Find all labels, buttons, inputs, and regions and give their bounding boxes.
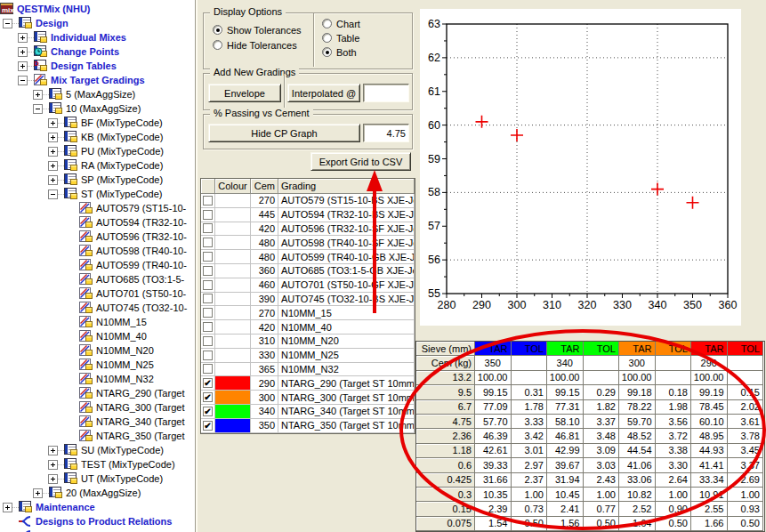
grid-cell-check[interactable]	[201, 335, 215, 349]
expand-plus-icon[interactable]	[18, 47, 28, 57]
grid-cell-check[interactable]: ✔	[201, 376, 215, 391]
export-grid-to-csv-button[interactable]: Export Grid to CSV	[310, 152, 411, 171]
grid-cell-check[interactable]	[201, 320, 215, 335]
tree-item-auto701-st50-10[interactable]: AUTO701 (ST50-10-	[0, 286, 195, 301]
grid-cell-colour-swatch[interactable]	[215, 293, 251, 307]
interpolated-button[interactable]: Interpolated @	[287, 84, 360, 102]
grid-row-auto579[interactable]: 270AUTO579 (ST15-10-BS XJE-Jes	[201, 194, 415, 208]
grid-row-auto745[interactable]: 390AUTO745 (TO32-10-BS XJE-Jes	[201, 293, 415, 307]
tree-item-auto745-to32-10[interactable]: AUTO745 (TO32-10-	[0, 301, 195, 315]
expand-plus-icon[interactable]	[48, 460, 58, 470]
expand-plus-icon[interactable]	[3, 503, 12, 512]
expand-plus-icon[interactable]	[48, 161, 58, 171]
tree-item-auto685-to3-1-5[interactable]: AUTO685 (TO3:1-5-	[0, 272, 195, 286]
grid-cell-check[interactable]	[201, 236, 215, 250]
expand-plus-icon[interactable]	[33, 90, 43, 100]
tree-item-ut-mixtypecode[interactable]: UT (MixTypeCode)	[0, 472, 195, 486]
collapse-minus-icon[interactable]	[33, 104, 43, 114]
radio-unselected-icon[interactable]	[322, 19, 332, 28]
grid-row-ntarg_350[interactable]: ✔350NTARG_350 (Target ST 10mm)	[201, 419, 415, 433]
tree-item-maintenance[interactable]: Maintenance	[0, 500, 195, 514]
hide-cp-graph-button[interactable]: Hide CP Graph	[208, 124, 360, 142]
grid-cell-colour-swatch[interactable]	[215, 419, 251, 433]
grid-cell-colour-swatch[interactable]	[215, 278, 251, 293]
tree-item-ntarg-290-target[interactable]: NTARG_290 (Target	[0, 386, 195, 400]
expand-plus-icon[interactable]	[33, 488, 43, 498]
radio-option-chart[interactable]: Chart	[322, 18, 360, 29]
radio-option-both[interactable]: Both	[322, 46, 357, 58]
grid-cell-check[interactable]	[201, 208, 215, 222]
radio-selected-icon[interactable]	[322, 47, 332, 57]
tree-item-st-mixtypecode[interactable]: ST (MixTypeCode)	[0, 187, 195, 201]
tree-item-sp-mixtypecode[interactable]: SP (MixTypeCode)	[0, 173, 195, 187]
grid-cell-check[interactable]	[201, 278, 215, 293]
checkbox-unchecked-icon[interactable]	[203, 364, 213, 374]
grid-row-ntarg_290[interactable]: ✔290NTARG_290 (Target ST 10mm)	[201, 376, 415, 391]
grid-cell-check[interactable]: ✔	[201, 391, 215, 405]
grid-row-auto598[interactable]: 480AUTO598 (TR40-10-SF XJE-Jes	[201, 236, 415, 250]
tree-item-ntarg-300-target[interactable]: NTARG_300 (Target	[0, 400, 195, 415]
grid-cell-check[interactable]: ✔	[201, 419, 215, 433]
collapse-minus-icon[interactable]	[3, 19, 12, 28]
grid-cell-colour-swatch[interactable]	[215, 208, 251, 222]
expand-plus-icon[interactable]	[48, 133, 58, 142]
interpolated-value-input[interactable]	[363, 84, 409, 102]
tree-item-pu-mixtypecode[interactable]: PU (MixTypeCode)	[0, 144, 195, 158]
sieve-size-input[interactable]	[363, 124, 409, 142]
checkbox-unchecked-icon[interactable]	[203, 196, 213, 206]
checkbox-unchecked-icon[interactable]	[203, 280, 213, 290]
collapse-minus-icon[interactable]	[18, 76, 28, 85]
expand-plus-icon[interactable]	[18, 61, 28, 71]
grid-row-n10mm_n20[interactable]: 310N10MM_N20	[201, 335, 415, 349]
grid-cell-check[interactable]	[201, 264, 215, 278]
tree-item-n10mm-40[interactable]: N10MM_40	[0, 329, 195, 343]
grid-cell-colour-swatch[interactable]	[215, 222, 251, 237]
grid-cell-colour-swatch[interactable]	[215, 376, 251, 391]
tree-item-ra-mixtypecode[interactable]: RA (MixTypeCode)	[0, 158, 195, 173]
tree-item-designs-to-product-relations[interactable]: Designs to Product Relations	[0, 514, 195, 528]
checkbox-checked-icon[interactable]: ✔	[203, 407, 213, 416]
radio-option-hide-tolerances[interactable]: Hide Tolerances	[213, 39, 297, 51]
expand-plus-icon[interactable]	[48, 118, 58, 128]
grid-cell-check[interactable]	[201, 306, 215, 320]
tree-item-ntarg-350-target[interactable]: NTARG_350 (Target	[0, 429, 195, 443]
checkbox-unchecked-icon[interactable]	[203, 238, 213, 247]
grid-row-auto701[interactable]: 460AUTO701 (ST50-10-GF XJE-Jes	[201, 278, 415, 293]
envelope-button[interactable]: Envelope	[208, 84, 281, 102]
tree-item-design-tables[interactable]: DDesign Tables	[0, 59, 195, 73]
grid-cell-colour-swatch[interactable]	[215, 363, 251, 377]
tree-item-mix-target-gradings[interactable]: Mix Target Gradings	[0, 73, 195, 87]
radio-option-table[interactable]: Table	[322, 32, 359, 44]
radio-unselected-icon[interactable]	[213, 40, 222, 50]
tree-item-auto596-tr32-10[interactable]: AUTO596 (TR32-10-	[0, 230, 195, 244]
expand-plus-icon[interactable]	[18, 33, 28, 43]
grid-row-auto596[interactable]: 420AUTO596 (TR32-10-SF XJE-Jes	[201, 222, 415, 237]
checkbox-checked-icon[interactable]: ✔	[203, 378, 213, 388]
grid-cell-check[interactable]	[201, 293, 215, 307]
grid-cell-check[interactable]	[201, 363, 215, 377]
tree-item-test-mixtypecode[interactable]: TEST (MixTypeCode)	[0, 457, 195, 472]
collapse-minus-icon[interactable]	[48, 189, 58, 199]
grid-cell-colour-swatch[interactable]	[215, 320, 251, 335]
grid-cell-check[interactable]	[201, 194, 215, 208]
tree-item-n10mm-n25[interactable]: N10MM_N25	[0, 358, 195, 372]
grid-row-n10mm_n25[interactable]: 330N10MM_N25	[201, 349, 415, 363]
tree-item-kb-mixtypecode[interactable]: KB (MixTypeCode)	[0, 130, 195, 144]
checkbox-unchecked-icon[interactable]	[203, 322, 213, 332]
checkbox-unchecked-icon[interactable]	[203, 223, 213, 233]
tree-item-partial[interactable]	[0, 528, 195, 532]
radio-selected-icon[interactable]	[213, 25, 222, 35]
grid-cell-colour-swatch[interactable]	[215, 391, 251, 405]
grid-row-n10mm_n32[interactable]: 365N10MM_N32	[201, 363, 415, 377]
tree-item-qestmix-nhu[interactable]: mixQESTMix (NHU)	[0, 2, 195, 16]
grid-cell-colour-swatch[interactable]	[215, 194, 251, 208]
checkbox-checked-icon[interactable]: ✔	[203, 392, 213, 402]
tree-item-auto598-tr40-10[interactable]: AUTO598 (TR40-10-	[0, 244, 195, 258]
tree-item-20-maxaggsize[interactable]: 20 (MaxAggSize)	[0, 486, 195, 500]
tree-item-design[interactable]: Design	[0, 16, 195, 30]
tree-item-n10mm-15[interactable]: N10MM_15	[0, 315, 195, 329]
checkbox-unchecked-icon[interactable]	[203, 266, 213, 276]
grid-cell-colour-swatch[interactable]	[215, 236, 251, 250]
expand-plus-icon[interactable]	[48, 446, 58, 455]
tree-item-bf-mixtypecode[interactable]: BF (MixTypeCode)	[0, 116, 195, 130]
